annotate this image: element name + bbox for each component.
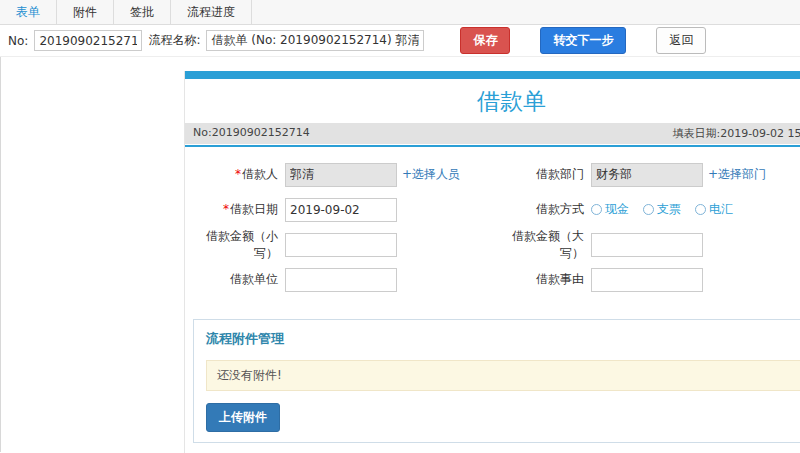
form-fields: *借款人 +选择人员 借款部门 +选择部门 *借款日期	[185, 147, 800, 309]
tab-attachment[interactable]: 附件	[57, 0, 114, 24]
toolbar: No: 流程名称: 保存 转交下一步 返回	[0, 25, 800, 57]
loan-form-panel: 借款单 No:20190902152714 填表日期:2019-09-02 15…	[184, 71, 800, 453]
department-label: 借款部门	[503, 166, 591, 182]
panel-top-strip	[185, 71, 800, 79]
amount-upper-field	[591, 233, 800, 257]
save-button[interactable]: 保存	[460, 27, 510, 54]
transfer-next-button[interactable]: 转交下一步	[540, 27, 626, 54]
borrower-field: +选择人员	[285, 163, 503, 187]
required-mark: *	[223, 202, 229, 216]
borrower-label: *借款人	[185, 166, 285, 182]
attachments-section: 流程附件管理 还没有附件! 上传附件	[193, 319, 800, 443]
no-label: No:	[8, 34, 28, 48]
radio-cash[interactable]: 现金	[591, 201, 629, 218]
department-input[interactable]	[591, 163, 703, 187]
amount-lower-field	[285, 233, 503, 257]
radio-wire-icon	[695, 204, 706, 215]
radio-cash-icon	[591, 204, 602, 215]
radio-check[interactable]: 支票	[643, 201, 681, 218]
unit-field	[285, 268, 503, 292]
tab-form[interactable]: 表单	[0, 0, 57, 24]
amount-upper-input[interactable]	[591, 233, 703, 257]
form-row-3: 借款金额（小写） 借款金额（大写）	[185, 227, 800, 262]
unit-label: 借款单位	[185, 271, 285, 287]
process-name-input[interactable]	[206, 30, 424, 51]
doc-number: No:20190902152714	[193, 126, 310, 141]
amount-upper-label: 借款金额（大写）	[503, 228, 591, 260]
borrower-input[interactable]	[285, 163, 397, 187]
info-bar: No:20190902152714 填表日期:2019-09-02 15:27:…	[185, 123, 800, 144]
unit-input[interactable]	[285, 268, 397, 292]
select-department-link[interactable]: +选择部门	[708, 166, 766, 183]
required-mark: *	[235, 167, 241, 181]
tab-bar: 表单 附件 签批 流程进度	[0, 0, 800, 25]
page-title: 借款单	[185, 79, 800, 123]
amount-lower-input[interactable]	[285, 233, 397, 257]
reason-field	[591, 268, 800, 292]
no-input[interactable]	[34, 30, 142, 51]
method-label: 借款方式	[503, 201, 591, 217]
process-name-label: 流程名称:	[148, 32, 200, 49]
no-attachments-notice: 还没有附件!	[206, 360, 800, 391]
method-field: 现金 支票 电汇	[591, 201, 800, 218]
back-button[interactable]: 返回	[656, 27, 706, 54]
borrow-date-field	[285, 198, 503, 222]
upload-attachment-button[interactable]: 上传附件	[206, 403, 280, 432]
fill-date: 填表日期:2019-09-02 15:27:1	[672, 126, 800, 141]
reason-input[interactable]	[591, 268, 703, 292]
department-field: +选择部门	[591, 163, 800, 187]
attachments-title: 流程附件管理	[206, 330, 800, 348]
form-row-2: *借款日期 借款方式 现金 支票 电汇	[185, 192, 800, 227]
main-area: 借款单 No:20190902152714 填表日期:2019-09-02 15…	[1, 57, 800, 452]
borrow-date-label: *借款日期	[185, 201, 285, 217]
radio-wire[interactable]: 电汇	[695, 201, 733, 218]
tab-progress[interactable]: 流程进度	[171, 0, 252, 24]
borrow-date-input[interactable]	[285, 198, 397, 222]
form-row-4: 借款单位 借款事由	[185, 262, 800, 297]
select-person-link[interactable]: +选择人员	[402, 166, 460, 183]
radio-check-icon	[643, 204, 654, 215]
form-row-1: *借款人 +选择人员 借款部门 +选择部门	[185, 157, 800, 192]
reason-label: 借款事由	[503, 271, 591, 287]
amount-lower-label: 借款金额（小写）	[185, 228, 285, 260]
content-area: 借款单 No:20190902152714 填表日期:2019-09-02 15…	[0, 57, 800, 452]
tab-approval[interactable]: 签批	[114, 0, 171, 24]
